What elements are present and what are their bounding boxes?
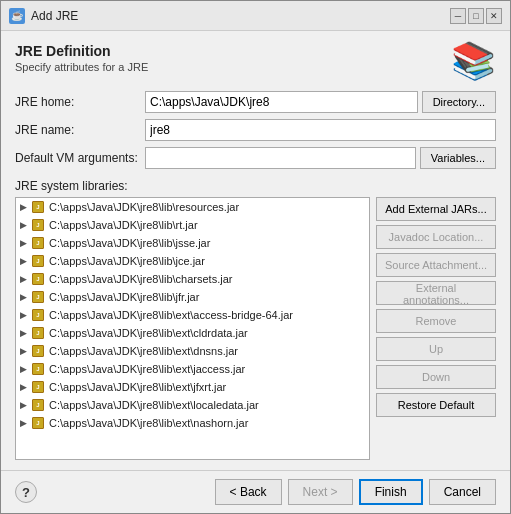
next-button[interactable]: Next > [288, 479, 353, 505]
maximize-button[interactable]: □ [468, 8, 484, 24]
jar-icon: J [31, 254, 45, 268]
libraries-buttons: Add External JARs... Javadoc Location...… [376, 197, 496, 460]
jre-home-input[interactable] [145, 91, 418, 113]
header-subtitle: Specify attributes for a JRE [15, 61, 148, 73]
jar-icon: J [31, 236, 45, 250]
jar-icon: J [31, 308, 45, 322]
up-button[interactable]: Up [376, 337, 496, 361]
header-icon: 📚 [451, 43, 496, 79]
library-path: C:\apps\Java\JDK\jre8\lib\resources.jar [49, 201, 239, 213]
cancel-button[interactable]: Cancel [429, 479, 496, 505]
remove-button[interactable]: Remove [376, 309, 496, 333]
jar-icon: J [31, 200, 45, 214]
expand-arrow-icon: ▶ [20, 400, 27, 410]
jre-home-label: JRE home: [15, 95, 145, 109]
expand-arrow-icon: ▶ [20, 364, 27, 374]
vm-args-label: Default VM arguments: [15, 151, 145, 165]
list-item[interactable]: ▶JC:\apps\Java\JDK\jre8\lib\ext\nashorn.… [16, 414, 369, 432]
library-path: C:\apps\Java\JDK\jre8\lib\ext\jfxrt.jar [49, 381, 226, 393]
jre-name-row: JRE name: [15, 119, 496, 141]
close-button[interactable]: ✕ [486, 8, 502, 24]
expand-arrow-icon: ▶ [20, 346, 27, 356]
list-item[interactable]: ▶JC:\apps\Java\JDK\jre8\lib\rt.jar [16, 216, 369, 234]
finish-button[interactable]: Finish [359, 479, 423, 505]
title-bar: ☕ Add JRE ─ □ ✕ [1, 1, 510, 31]
jre-home-row: JRE home: Directory... [15, 91, 496, 113]
back-button[interactable]: < Back [215, 479, 282, 505]
expand-arrow-icon: ▶ [20, 256, 27, 266]
list-item[interactable]: ▶JC:\apps\Java\JDK\jre8\lib\jce.jar [16, 252, 369, 270]
list-item[interactable]: ▶JC:\apps\Java\JDK\jre8\lib\ext\cldrdata… [16, 324, 369, 342]
add-external-jars-button[interactable]: Add External JARs... [376, 197, 496, 221]
list-item[interactable]: ▶JC:\apps\Java\JDK\jre8\lib\ext\localeda… [16, 396, 369, 414]
header-title: JRE Definition [15, 43, 148, 59]
expand-arrow-icon: ▶ [20, 418, 27, 428]
list-item[interactable]: ▶JC:\apps\Java\JDK\jre8\lib\jfr.jar [16, 288, 369, 306]
header-section: JRE Definition Specify attributes for a … [15, 43, 496, 79]
variables-button[interactable]: Variables... [420, 147, 496, 169]
down-button[interactable]: Down [376, 365, 496, 389]
list-item[interactable]: ▶JC:\apps\Java\JDK\jre8\lib\resources.ja… [16, 198, 369, 216]
library-path: C:\apps\Java\JDK\jre8\lib\charsets.jar [49, 273, 232, 285]
dialog-window: ☕ Add JRE ─ □ ✕ JRE Definition Specify a… [0, 0, 511, 514]
jar-icon: J [31, 272, 45, 286]
jar-icon: J [31, 344, 45, 358]
library-path: C:\apps\Java\JDK\jre8\lib\ext\dnsns.jar [49, 345, 238, 357]
jar-icon: J [31, 380, 45, 394]
footer-right: < Back Next > Finish Cancel [215, 479, 496, 505]
dialog-content: JRE Definition Specify attributes for a … [1, 31, 510, 470]
library-path: C:\apps\Java\JDK\jre8\lib\jsse.jar [49, 237, 210, 249]
library-path: C:\apps\Java\JDK\jre8\lib\jfr.jar [49, 291, 199, 303]
expand-arrow-icon: ▶ [20, 292, 27, 302]
expand-arrow-icon: ▶ [20, 328, 27, 338]
jar-icon: J [31, 416, 45, 430]
jre-name-input[interactable] [145, 119, 496, 141]
expand-arrow-icon: ▶ [20, 238, 27, 248]
header-text: JRE Definition Specify attributes for a … [15, 43, 148, 73]
list-item[interactable]: ▶JC:\apps\Java\JDK\jre8\lib\charsets.jar [16, 270, 369, 288]
directory-button[interactable]: Directory... [422, 91, 496, 113]
expand-arrow-icon: ▶ [20, 382, 27, 392]
window-title: Add JRE [31, 9, 78, 23]
window-controls: ─ □ ✕ [450, 8, 502, 24]
list-item[interactable]: ▶JC:\apps\Java\JDK\jre8\lib\ext\jaccess.… [16, 360, 369, 378]
expand-arrow-icon: ▶ [20, 274, 27, 284]
footer-left: ? [15, 481, 37, 503]
libraries-label: JRE system libraries: [15, 179, 496, 193]
restore-default-button[interactable]: Restore Default [376, 393, 496, 417]
jar-icon: J [31, 218, 45, 232]
library-path: C:\apps\Java\JDK\jre8\lib\ext\localedata… [49, 399, 259, 411]
library-path: C:\apps\Java\JDK\jre8\lib\ext\access-bri… [49, 309, 293, 321]
vm-args-row: Default VM arguments: Variables... [15, 147, 496, 169]
library-path: C:\apps\Java\JDK\jre8\lib\ext\nashorn.ja… [49, 417, 248, 429]
jar-icon: J [31, 398, 45, 412]
vm-args-input[interactable] [145, 147, 416, 169]
source-attachment-button[interactable]: Source Attachment... [376, 253, 496, 277]
expand-arrow-icon: ▶ [20, 220, 27, 230]
library-path: C:\apps\Java\JDK\jre8\lib\rt.jar [49, 219, 198, 231]
library-path: C:\apps\Java\JDK\jre8\lib\jce.jar [49, 255, 205, 267]
expand-arrow-icon: ▶ [20, 202, 27, 212]
javadoc-location-button[interactable]: Javadoc Location... [376, 225, 496, 249]
window-icon: ☕ [9, 8, 25, 24]
list-item[interactable]: ▶JC:\apps\Java\JDK\jre8\lib\ext\dnsns.ja… [16, 342, 369, 360]
libraries-list[interactable]: ▶JC:\apps\Java\JDK\jre8\lib\resources.ja… [15, 197, 370, 460]
jre-name-label: JRE name: [15, 123, 145, 137]
dialog-footer: ? < Back Next > Finish Cancel [1, 470, 510, 513]
jar-icon: J [31, 326, 45, 340]
expand-arrow-icon: ▶ [20, 310, 27, 320]
help-button[interactable]: ? [15, 481, 37, 503]
list-item[interactable]: ▶JC:\apps\Java\JDK\jre8\lib\ext\access-b… [16, 306, 369, 324]
list-item[interactable]: ▶JC:\apps\Java\JDK\jre8\lib\jsse.jar [16, 234, 369, 252]
jar-icon: J [31, 290, 45, 304]
external-annotations-button[interactable]: External annotations... [376, 281, 496, 305]
libraries-area: ▶JC:\apps\Java\JDK\jre8\lib\resources.ja… [15, 197, 496, 460]
jar-icon: J [31, 362, 45, 376]
list-item[interactable]: ▶JC:\apps\Java\JDK\jre8\lib\ext\jfxrt.ja… [16, 378, 369, 396]
library-path: C:\apps\Java\JDK\jre8\lib\ext\cldrdata.j… [49, 327, 248, 339]
minimize-button[interactable]: ─ [450, 8, 466, 24]
library-path: C:\apps\Java\JDK\jre8\lib\ext\jaccess.ja… [49, 363, 245, 375]
